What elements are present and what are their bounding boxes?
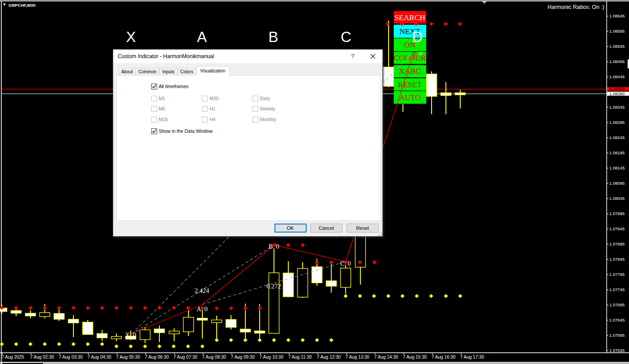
svg-text:B: B (268, 29, 278, 45)
svg-text:0: 0 (419, 50, 422, 57)
svg-text:AUTO: AUTO (399, 93, 420, 102)
svg-text:A: A (197, 305, 201, 313)
svg-text:A: A (197, 29, 207, 45)
svg-text:SEARCH: SEARCH (394, 13, 425, 22)
svg-text:RESET: RESET (398, 80, 422, 89)
svg-text:C: C (340, 260, 345, 267)
svg-text:X: X (125, 331, 130, 339)
svg-text:D: D (412, 50, 417, 57)
svg-text:XABC: XABC (399, 67, 421, 76)
svg-text:B: B (269, 243, 273, 250)
svg-text:0: 0 (276, 243, 279, 250)
svg-text:D: D (412, 29, 423, 45)
svg-text:0.272: 0.272 (266, 283, 281, 290)
svg-text:X: X (126, 29, 136, 45)
svg-text:0: 0 (133, 331, 136, 339)
svg-text:C: C (341, 29, 351, 45)
svg-text:2.424: 2.424 (195, 287, 210, 294)
svg-text:0: 0 (348, 260, 351, 267)
svg-text:0: 0 (205, 305, 208, 313)
